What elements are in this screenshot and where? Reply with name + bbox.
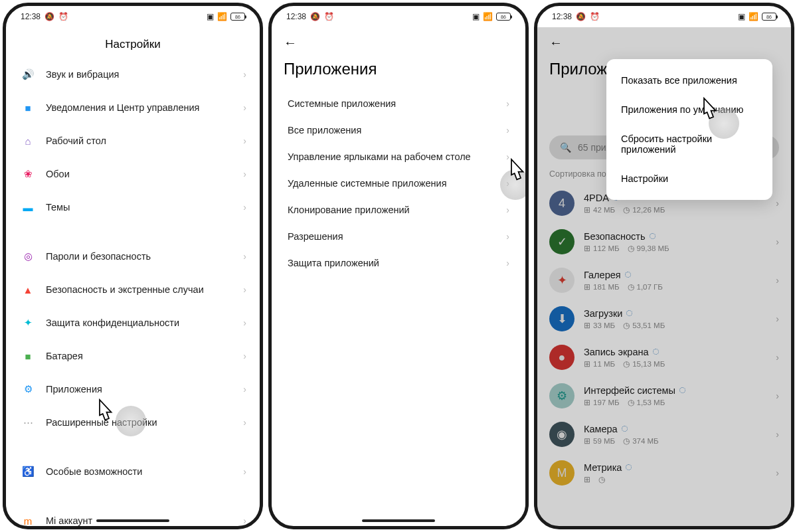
- settings-row[interactable]: ✦ Защита конфиденциальности ›: [10, 306, 256, 339]
- chevron-right-icon: ›: [243, 317, 246, 328]
- chevron-right-icon: ›: [506, 205, 509, 215]
- row-icon: ⌂: [19, 132, 37, 149]
- row-icon: ■: [19, 99, 37, 116]
- settings-row[interactable]: ▲ Безопасность и экстренные случаи ›: [10, 273, 256, 306]
- apps-nav-row[interactable]: Все приложения ›: [276, 117, 521, 143]
- wifi-icon: 📶: [217, 12, 227, 21]
- settings-row[interactable]: ⌂ Рабочий стол ›: [10, 124, 256, 157]
- battery-icon: 86: [230, 13, 245, 21]
- row-label: Клонирование приложений: [288, 205, 506, 215]
- chevron-right-icon: ›: [506, 151, 509, 162]
- battery-icon: 86: [496, 13, 511, 21]
- row-label: Батарея: [46, 351, 243, 361]
- back-button[interactable]: ←: [284, 35, 297, 50]
- settings-row[interactable]: ■ Уведомления и Центр управления ›: [10, 91, 256, 124]
- home-indicator[interactable]: [96, 519, 169, 522]
- apps-nav-row[interactable]: Системные приложения ›: [276, 90, 521, 117]
- chevron-right-icon: ›: [506, 125, 509, 135]
- row-label: Приложения: [46, 384, 243, 395]
- phone-settings: 12:38 🔕 ⏰ ▣ 📶 86 Настройки 🔊 Звук и вибр…: [3, 3, 263, 529]
- apps-nav-row[interactable]: Защита приложений ›: [276, 250, 521, 276]
- chevron-right-icon: ›: [243, 515, 246, 526]
- menu-item[interactable]: Настройки: [606, 164, 772, 193]
- row-label: Обои: [46, 169, 243, 179]
- status-bar: 12:38 🔕 ⏰ ▣ 📶 86: [537, 6, 791, 27]
- cast-icon: ▣: [738, 12, 745, 21]
- settings-list: 🔊 Звук и вибрация ›■ Уведомления и Центр…: [6, 58, 260, 526]
- chevron-right-icon: ›: [243, 284, 246, 295]
- battery-icon: 86: [762, 13, 776, 21]
- row-icon: ♿: [19, 463, 37, 480]
- settings-row[interactable]: m Mi аккаунт ›: [10, 504, 256, 526]
- row-icon: ▬: [19, 199, 37, 216]
- row-label: Безопасность и экстренные случаи: [46, 284, 243, 295]
- apps-nav-row[interactable]: Клонирование приложений ›: [276, 197, 521, 223]
- settings-row[interactable]: ◎ Пароли и безопасность ›: [10, 240, 256, 273]
- settings-row[interactable]: ■ Батарея ›: [10, 339, 256, 373]
- phone-apps: 12:38 🔕 ⏰ ▣ 📶 86 ← Приложения Системные …: [268, 3, 529, 529]
- watermark: [500, 169, 525, 200]
- status-time: 12:38: [552, 12, 572, 21]
- chevron-right-icon: ›: [243, 384, 246, 395]
- settings-row[interactable]: ❀ Обои ›: [10, 157, 256, 191]
- wifi-icon: 📶: [749, 12, 758, 21]
- row-label: Рабочий стол: [46, 135, 243, 146]
- menu-item[interactable]: Приложения по умолчанию: [606, 95, 772, 124]
- alarm-icon: ⏰: [58, 12, 68, 21]
- row-icon: m: [19, 512, 37, 526]
- row-label: Пароли и безопасность: [46, 251, 243, 262]
- row-label: Защита конфиденциальности: [46, 317, 243, 328]
- row-label: Особые возможности: [46, 466, 243, 477]
- apps-nav-row[interactable]: Разрешения ›: [276, 223, 521, 250]
- row-label: Системные приложения: [288, 98, 506, 109]
- page-title: Настройки: [6, 27, 260, 58]
- row-label: Все приложения: [288, 125, 506, 135]
- status-time: 12:38: [286, 12, 306, 21]
- row-label: Уведомления и Центр управления: [46, 102, 243, 113]
- menu-item[interactable]: Сбросить настройки приложений: [606, 124, 772, 164]
- settings-row[interactable]: 🔊 Звук и вибрация ›: [10, 58, 256, 91]
- home-indicator[interactable]: [362, 519, 435, 522]
- chevron-right-icon: ›: [243, 69, 246, 80]
- chevron-right-icon: ›: [243, 466, 246, 477]
- apps-nav-row[interactable]: Удаленные системные приложения ›: [276, 170, 521, 197]
- row-label: Управление ярлыками на рабочем столе: [288, 151, 506, 162]
- chevron-right-icon: ›: [243, 169, 246, 179]
- cast-icon: ▣: [472, 12, 480, 21]
- row-label: Разрешения: [288, 231, 506, 242]
- status-time: 12:38: [21, 12, 41, 21]
- row-icon: ■: [19, 347, 37, 365]
- phone-apps-menu: 12:38 🔕 ⏰ ▣ 📶 86 ← Приложения 🗑 Удаление…: [534, 3, 794, 529]
- settings-row[interactable]: ▬ Темы ›: [10, 191, 256, 224]
- row-icon: ▲: [19, 281, 37, 298]
- row-icon: ⚙: [19, 381, 37, 398]
- settings-row[interactable]: ⚙ Приложения ›: [10, 373, 256, 406]
- row-label: Звук и вибрация: [46, 69, 243, 80]
- chevron-right-icon: ›: [243, 135, 246, 146]
- row-icon: ✦: [19, 314, 37, 331]
- dnd-icon: 🔕: [310, 12, 320, 21]
- apps-nav-row[interactable]: Управление ярлыками на рабочем столе ›: [276, 143, 521, 170]
- row-icon: ❀: [19, 165, 37, 183]
- menu-item[interactable]: Показать все приложения: [606, 66, 772, 95]
- watermark: [709, 108, 739, 139]
- alarm-icon: ⏰: [590, 12, 600, 21]
- cast-icon: ▣: [207, 12, 214, 21]
- watermark: [116, 406, 146, 436]
- chevron-right-icon: ›: [243, 202, 246, 213]
- row-icon: ⋯: [19, 414, 37, 431]
- chevron-right-icon: ›: [243, 417, 246, 428]
- settings-row[interactable]: ♿ Особые возможности ›: [10, 455, 256, 488]
- chevron-right-icon: ›: [243, 351, 246, 361]
- overflow-menu: Показать все приложенияПриложения по умо…: [606, 59, 772, 200]
- chevron-right-icon: ›: [506, 98, 509, 109]
- row-icon: ◎: [19, 248, 37, 265]
- status-bar: 12:38 🔕 ⏰ ▣ 📶 86: [272, 6, 525, 27]
- row-label: Удаленные системные приложения: [288, 178, 506, 189]
- alarm-icon: ⏰: [324, 12, 334, 21]
- dnd-icon: 🔕: [44, 12, 54, 21]
- row-icon: 🔊: [19, 66, 37, 83]
- status-bar: 12:38 🔕 ⏰ ▣ 📶 86: [6, 6, 260, 27]
- apps-nav-list: Системные приложения ›Все приложения ›Уп…: [272, 90, 525, 276]
- chevron-right-icon: ›: [243, 251, 246, 262]
